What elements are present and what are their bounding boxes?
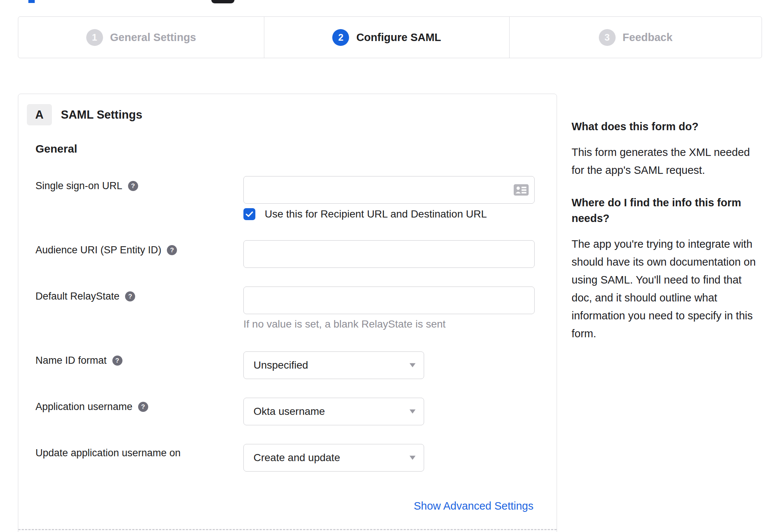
update-username-select[interactable]: Create and update	[243, 444, 424, 472]
contact-card-icon	[514, 184, 529, 196]
cutoff-blue-tab-artifact	[28, 0, 35, 3]
application-username-select[interactable]: Okta username	[243, 398, 424, 425]
show-advanced-settings-link[interactable]: Show Advanced Settings	[414, 500, 533, 512]
relaystate-label: Default RelayState ?	[35, 291, 135, 302]
general-section-heading: General	[35, 143, 77, 155]
name-id-format-label-text: Name ID format	[35, 355, 107, 366]
help-paragraph-what: This form generates the XML needed for t…	[572, 143, 769, 179]
wizard-step-configure-saml[interactable]: 2 Configure SAML	[264, 17, 509, 58]
help-icon[interactable]: ?	[125, 291, 135, 301]
chevron-down-icon	[410, 363, 416, 367]
relaystate-hint: If no value is set, a blank RelayState i…	[243, 318, 446, 330]
help-heading-where: Where do I find the info this form needs…	[572, 195, 769, 226]
section-badge-a: A	[27, 104, 52, 125]
relaystate-label-text: Default RelayState	[35, 291, 119, 302]
relaystate-input[interactable]	[243, 287, 535, 314]
help-icon[interactable]: ?	[167, 245, 177, 255]
step-label: Feedback	[623, 31, 673, 44]
step-number-badge: 3	[599, 29, 616, 46]
section-dashed-divider	[18, 529, 557, 530]
help-sidebar: What does this form do? This form genera…	[572, 119, 769, 358]
step-label: Configure SAML	[356, 31, 441, 44]
wizard-step-bar: 1 General Settings 2 Configure SAML 3 Fe…	[18, 16, 762, 58]
cutoff-dark-logo-artifact	[211, 0, 234, 3]
update-username-label-text: Update application username on	[35, 447, 181, 459]
update-username-value: Create and update	[253, 452, 340, 464]
step-label: General Settings	[110, 31, 196, 44]
audience-uri-label: Audience URI (SP Entity ID) ?	[35, 244, 177, 256]
name-id-format-label: Name ID format ?	[35, 355, 122, 366]
application-username-label-text: Application username	[35, 401, 133, 413]
step-number-badge: 2	[332, 29, 349, 46]
help-paragraph-where: The app you're trying to integrate with …	[572, 235, 769, 342]
help-icon[interactable]: ?	[112, 356, 122, 366]
sso-url-label: Single sign-on URL ?	[35, 180, 138, 192]
sso-url-label-text: Single sign-on URL	[35, 180, 122, 192]
wizard-step-feedback[interactable]: 3 Feedback	[509, 17, 762, 58]
application-username-label: Application username ?	[35, 401, 148, 413]
recipient-url-checkbox-row: Use this for Recipient URL and Destinati…	[243, 208, 487, 220]
sso-url-input-wrap	[243, 176, 535, 204]
audience-uri-input[interactable]	[243, 240, 535, 268]
name-id-format-value: Unspecified	[253, 359, 308, 371]
wizard-step-general-settings[interactable]: 1 General Settings	[18, 17, 264, 58]
saml-settings-panel: A SAML Settings General Single sign-on U…	[18, 94, 557, 532]
recipient-url-checkbox-label: Use this for Recipient URL and Destinati…	[265, 208, 487, 220]
audience-uri-label-text: Audience URI (SP Entity ID)	[35, 244, 161, 256]
help-icon[interactable]: ?	[138, 402, 148, 412]
chevron-down-icon	[410, 410, 416, 414]
name-id-format-select[interactable]: Unspecified	[243, 351, 424, 379]
help-heading-what: What does this form do?	[572, 119, 769, 134]
step-number-badge: 1	[86, 29, 103, 46]
sso-url-input[interactable]	[243, 176, 535, 204]
update-username-label: Update application username on	[35, 447, 181, 459]
chevron-down-icon	[410, 456, 416, 460]
help-icon[interactable]: ?	[128, 181, 138, 191]
recipient-url-checkbox[interactable]	[243, 208, 255, 220]
panel-title: SAML Settings	[61, 104, 142, 125]
application-username-value: Okta username	[253, 406, 325, 417]
